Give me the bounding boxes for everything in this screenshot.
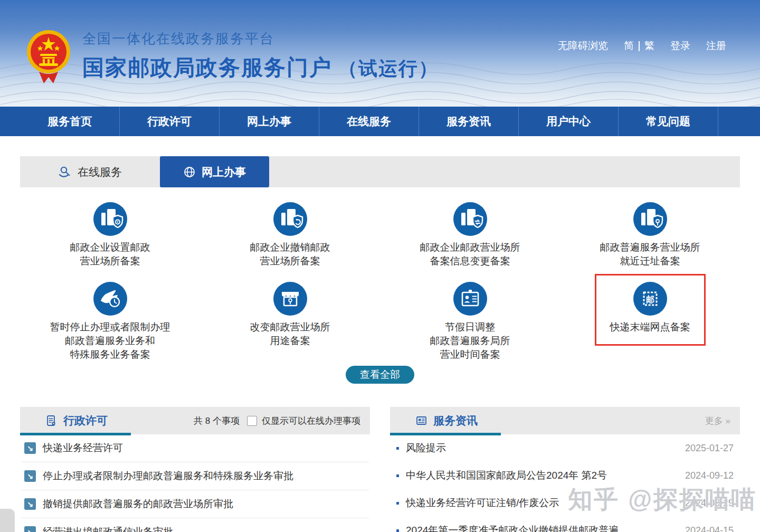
news-item[interactable]: 中华人民共和国国家邮政局公告2024年 第2号 2024-09-12 bbox=[391, 462, 739, 489]
service-label: 邮政企业撤销邮政 bbox=[250, 241, 330, 254]
service-revoke-postal-premises[interactable]: 邮政企业撤销邮政营业场所备案 bbox=[200, 202, 380, 268]
platform-subtitle: 全国一体化在线政务服务平台 bbox=[82, 30, 439, 48]
tab-label: 在线服务 bbox=[78, 165, 122, 179]
side-widget-handle[interactable] bbox=[0, 509, 15, 532]
news-title: 中华人民共和国国家邮政局公告2024年 第2号 bbox=[406, 469, 607, 482]
license-item[interactable]: ↘ 停止办理或者限制办理邮政普遍服务和特殊服务业务审批 bbox=[21, 462, 369, 490]
license-item[interactable]: ↘ 经营进出境邮政通信业务审批 bbox=[21, 518, 369, 532]
service-change-premises-usage[interactable]: 改变邮政营业场所用途备案 bbox=[200, 282, 380, 362]
service-label: 暂时停止办理或者限制办理 bbox=[50, 320, 170, 334]
more-link[interactable]: 更多 » bbox=[705, 415, 730, 427]
panel-title-text: 行政许可 bbox=[63, 413, 108, 428]
license-item-label: 停止办理或者限制办理邮政普遍服务和特殊服务业务审批 bbox=[43, 469, 293, 483]
building-shield-sync-icon bbox=[453, 202, 487, 236]
portal-title-main: 国家邮政局政务服务门户 bbox=[82, 55, 332, 80]
news-date: 2024-09-12 bbox=[685, 470, 734, 481]
svg-text:邮: 邮 bbox=[646, 295, 654, 304]
newspaper-icon bbox=[415, 415, 428, 427]
bullet-icon bbox=[396, 474, 399, 477]
service-express-terminal-outlet-record[interactable]: 邮 快递末端网点备案 bbox=[560, 282, 740, 362]
news-date: 2024-04-15 bbox=[685, 525, 734, 532]
nav-item-home[interactable]: 服务首页 bbox=[20, 107, 120, 136]
service-label: 改变邮政营业场所 bbox=[250, 320, 330, 334]
license-panel-title: 行政许可 bbox=[45, 413, 108, 428]
globe-icon bbox=[183, 166, 196, 178]
user-links: 无障碍浏览 简 繁 登录 注册 bbox=[558, 39, 726, 53]
license-item[interactable]: ↘ 撤销提供邮政普遍服务的邮政营业场所审批 bbox=[21, 490, 369, 518]
news-item[interactable]: 2024年第一季度准予邮政企业撤销提供邮政普遍... 2024-04-15 bbox=[391, 517, 739, 532]
service-change-record-info[interactable]: 邮政企业邮政营业场所备案信息变更备案 bbox=[380, 202, 560, 268]
building-shield-pin-icon bbox=[633, 202, 667, 236]
license-item-label: 撤销提供邮政普遍服务的邮政营业场所审批 bbox=[43, 497, 233, 511]
language-divider bbox=[639, 41, 640, 51]
traditional-link[interactable]: 繁 bbox=[644, 39, 654, 53]
news-panel-header: 服务资讯 更多 » bbox=[390, 407, 740, 434]
news-date: 2025-01-27 bbox=[685, 443, 734, 454]
panel-title-underline bbox=[20, 433, 131, 435]
main-nav: 服务首页 行政许可 网上办事 在线服务 服务资讯 用户中心 常见问题 bbox=[0, 107, 760, 136]
arrow-icon: ↘ bbox=[24, 470, 36, 482]
service-grid: 邮政企业设置邮政营业场所备案 邮政企业撤销邮政营业场所备案 bbox=[20, 187, 740, 362]
bullet-icon bbox=[396, 447, 399, 450]
service-label: 营业时间备案 bbox=[430, 348, 510, 362]
portal-title: 国家邮政局政务服务门户（试运行） bbox=[82, 53, 439, 82]
service-label: 邮政企业邮政营业场所 bbox=[420, 241, 520, 254]
service-label: 营业场所备案 bbox=[70, 254, 150, 268]
tab-label: 网上办事 bbox=[202, 165, 246, 179]
site-header: 全国一体化在线政务服务平台 国家邮政局政务服务门户（试运行） 无障碍浏览 简 繁… bbox=[0, 0, 760, 107]
service-label: 备案信息变更备案 bbox=[420, 254, 520, 268]
simplified-link[interactable]: 简 bbox=[624, 39, 634, 53]
license-list: ↘ 快递业务经营许可 ↘ 停止办理或者限制办理邮政普遍服务和特殊服务业务审批 ↘… bbox=[20, 434, 370, 532]
view-all-button[interactable]: 查看全部 bbox=[346, 366, 414, 384]
service-label: 用途备案 bbox=[250, 334, 330, 348]
license-panel: 行政许可 共 8 个事项 仅显示可以在线办理事项 ↘ 快递业务经营许可 ↘ 停止… bbox=[20, 407, 370, 532]
building-shield-undo-icon bbox=[273, 202, 307, 236]
news-item[interactable]: 风险提示 2025-01-27 bbox=[391, 434, 739, 462]
panel-title-underline bbox=[390, 433, 501, 435]
online-only-checkbox[interactable] bbox=[247, 416, 257, 426]
tab-online-handling[interactable]: 网上办事 bbox=[160, 156, 269, 187]
nav-item-user-center[interactable]: 用户中心 bbox=[519, 107, 619, 136]
stamp-icon: 邮 bbox=[633, 282, 667, 316]
service-label: 邮政企业设置邮政 bbox=[70, 241, 150, 254]
news-title: 风险提示 bbox=[406, 441, 446, 455]
service-label: 营业场所备案 bbox=[250, 254, 330, 268]
service-label: 邮政普遍服务业务和 bbox=[50, 334, 170, 348]
news-list: 风险提示 2025-01-27 中华人民共和国国家邮政局公告2024年 第2号 … bbox=[390, 434, 740, 532]
checkbox-label: 仅显示可以在线办理事项 bbox=[262, 415, 360, 427]
tab-online-service[interactable]: 在线服务 bbox=[42, 156, 138, 187]
nav-item-license[interactable]: 行政许可 bbox=[120, 107, 220, 136]
license-panel-controls: 共 8 个事项 仅显示可以在线办理事项 bbox=[194, 415, 360, 427]
license-item-label: 快递业务经营许可 bbox=[43, 441, 123, 455]
service-suspend-limit-record[interactable]: 暂时停止办理或者限制办理邮政普遍服务业务和特殊服务业务备案 bbox=[20, 282, 200, 362]
nav-item-news[interactable]: 服务资讯 bbox=[419, 107, 519, 136]
service-label: 节假日调整 bbox=[430, 320, 510, 334]
brand-block: 全国一体化在线政务服务平台 国家邮政局政务服务门户（试运行） bbox=[26, 27, 439, 86]
service-setup-postal-premises[interactable]: 邮政企业设置邮政营业场所备案 bbox=[20, 202, 200, 268]
hand-clock-icon bbox=[93, 282, 127, 316]
accessibility-link[interactable]: 无障碍浏览 bbox=[558, 39, 608, 53]
nav-item-faq[interactable]: 常见问题 bbox=[619, 107, 718, 136]
news-panel: 服务资讯 更多 » 风险提示 2025-01-27 中华人民共和国国家邮政局公告… bbox=[390, 407, 740, 532]
service-label: 就近迁址备案 bbox=[600, 254, 700, 268]
service-holiday-hours-record[interactable]: 节假日调整邮政普遍服务局所营业时间备案 bbox=[380, 282, 560, 362]
service-label: 邮政普遍服务营业场所 bbox=[600, 241, 700, 254]
item-count-text: 共 8 个事项 bbox=[194, 415, 240, 427]
register-link[interactable]: 注册 bbox=[706, 39, 726, 53]
nav-item-online-handling[interactable]: 网上办事 bbox=[220, 107, 319, 136]
portal-title-suffix: （试运行） bbox=[338, 58, 439, 79]
news-item[interactable]: 快递业务经营许可证注销/作废公示 2024-08-29 bbox=[391, 489, 739, 517]
nav-item-online-service[interactable]: 在线服务 bbox=[319, 107, 419, 136]
news-title: 快递业务经营许可证注销/作废公示 bbox=[406, 496, 559, 510]
bottom-panels: 行政许可 共 8 个事项 仅显示可以在线办理事项 ↘ 快递业务经营许可 ↘ 停止… bbox=[20, 407, 740, 532]
bullet-icon bbox=[396, 529, 399, 532]
language-switch: 简 繁 bbox=[624, 39, 654, 53]
login-link[interactable]: 登录 bbox=[670, 39, 690, 53]
search-hand-icon bbox=[58, 166, 72, 178]
license-item[interactable]: ↘ 快递业务经营许可 bbox=[21, 434, 369, 462]
arrow-icon: ↘ bbox=[24, 442, 36, 454]
storefront-pin-icon bbox=[273, 282, 307, 316]
arrow-icon: ↘ bbox=[24, 526, 36, 532]
service-relocation-record[interactable]: 邮政普遍服务营业场所就近迁址备案 bbox=[560, 202, 740, 268]
main-content: 在线服务 网上办事 邮政企业设置邮政营业场所备案 bbox=[20, 156, 740, 392]
